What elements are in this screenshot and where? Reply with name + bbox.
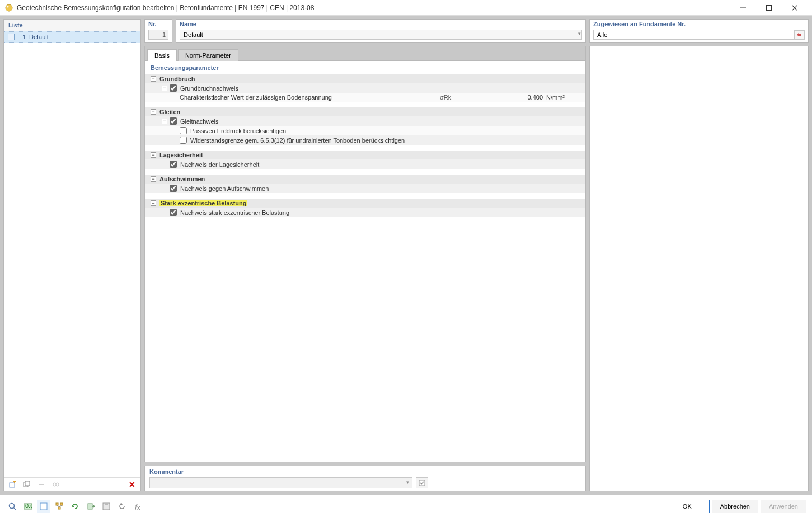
collapse-icon[interactable]: − <box>151 152 156 158</box>
copy-item-button[interactable] <box>21 479 33 490</box>
collapse-icon[interactable]: − <box>151 200 156 206</box>
item-name: Default <box>29 34 49 40</box>
name-input[interactable] <box>180 30 582 40</box>
row-label: Nachweis gegen Aufschwimmen <box>180 185 269 192</box>
collapse-icon[interactable]: − <box>151 76 156 82</box>
value-cell[interactable]: 0.400 <box>490 94 546 101</box>
checkbox-aufschwimmen[interactable] <box>170 185 177 192</box>
checkbox-exzentrisch[interactable] <box>170 209 177 216</box>
svg-rect-6 <box>10 483 15 487</box>
group-lagesicherheit: − Lagesicherheit Nachweis der Lagesicher… <box>145 151 585 169</box>
search-icon-button[interactable] <box>6 500 19 513</box>
row-lagesicherheit-proof: Nachweis der Lagesicherheit <box>145 159 585 169</box>
refresh-icon-button[interactable] <box>68 500 82 513</box>
maximize-button[interactable] <box>756 0 782 16</box>
link-button[interactable] <box>35 479 48 490</box>
tab-norm-parameter[interactable]: Norm-Parameter <box>178 49 238 61</box>
group-title: Lagesicherheit <box>159 152 203 158</box>
svg-rect-21 <box>58 507 60 509</box>
checkbox-gleitnachweis[interactable] <box>170 118 177 125</box>
unit-cell: N/mm² <box>546 94 580 101</box>
group-aufschwimmen: − Aufschwimmen Nachweis gegen Aufschwimm… <box>145 175 585 193</box>
list-item[interactable]: 1 Default <box>4 31 140 43</box>
svg-point-1 <box>7 6 9 7</box>
section-title: Bemessungsparameter <box>145 61 585 74</box>
group-header-grundbruch[interactable]: − Grundbruch <box>145 74 585 83</box>
checkbox-grundbruchnachweis[interactable] <box>170 84 177 92</box>
svg-text:x: x <box>137 504 140 511</box>
save-icon-button[interactable] <box>100 500 113 513</box>
group-header-lagesicherheit[interactable]: − Lagesicherheit <box>145 151 585 159</box>
name-label: Name <box>176 20 585 29</box>
checkbox-lagesicherheit[interactable] <box>170 161 177 168</box>
bottom-toolbar: 0.00 ƒx OK Abbrechen Anwenden <box>0 495 812 517</box>
tab-bar: Basis Norm-Parameter <box>145 46 585 60</box>
svg-rect-10 <box>25 481 30 486</box>
undo-icon-button[interactable] <box>115 500 129 513</box>
group-header-exzentrisch[interactable]: − Stark exzentrische Belastung <box>145 199 585 208</box>
app-icon <box>4 3 13 12</box>
titlebar: Geotechnische Bemessungskonfiguration be… <box>0 0 812 16</box>
units-icon-button[interactable]: 0.00 <box>21 500 35 513</box>
number-input[interactable] <box>148 30 168 40</box>
close-button[interactable] <box>782 0 808 16</box>
comment-apply-button[interactable] <box>416 477 428 488</box>
export-icon-button[interactable] <box>84 500 97 513</box>
minimize-button[interactable] <box>730 0 756 16</box>
list-toolbar: ✕ <box>4 477 140 491</box>
checkbox-passive[interactable] <box>180 127 187 134</box>
svg-point-0 <box>6 4 12 11</box>
new-item-button[interactable] <box>6 479 18 490</box>
svg-point-12 <box>55 483 59 486</box>
svg-rect-19 <box>56 503 58 505</box>
comment-input[interactable] <box>149 477 412 488</box>
row-label: Charakteristischer Wert der zulässigen B… <box>180 94 332 101</box>
group-header-gleiten[interactable]: − Gleiten <box>145 107 585 116</box>
row-label: Grundbruchnachweis <box>180 85 238 92</box>
comment-dropdown-icon[interactable]: ▾ <box>406 480 409 485</box>
collapse-icon[interactable]: − <box>151 109 156 115</box>
collapse-icon[interactable]: − <box>151 176 156 182</box>
assigned-input[interactable] <box>593 30 805 40</box>
row-label: Gleitnachweis <box>180 118 218 125</box>
checkbox-resist[interactable] <box>180 137 187 144</box>
list-body: 1 Default <box>4 31 140 477</box>
row-label: Passiven Erddruck berücksichtigen <box>190 128 286 134</box>
collapse-icon[interactable]: − <box>162 119 167 124</box>
tab-basis[interactable]: Basis <box>147 49 177 61</box>
assigned-pick-button[interactable] <box>794 30 804 39</box>
function-icon-button[interactable]: ƒx <box>131 500 144 513</box>
group-title: Grundbruch <box>159 76 195 82</box>
row-resistance-limit: Widerstandsgrenze gem. 6.5.3(12) für und… <box>145 135 585 145</box>
view-icon-button[interactable] <box>37 500 50 513</box>
group-title: Stark exzentrische Belastung <box>159 200 247 206</box>
cancel-button[interactable]: Abbrechen <box>712 500 758 513</box>
group-title: Gleiten <box>159 109 180 115</box>
center-panel: Basis Norm-Parameter Bemessungsparameter… <box>144 46 586 462</box>
row-gleitnachweis: − Gleitnachweis <box>145 116 585 126</box>
right-side-panel <box>589 46 809 491</box>
delete-item-button[interactable]: ✕ <box>126 479 138 490</box>
tab-content: Bemessungsparameter − Grundbruch − <box>145 60 585 462</box>
list-panel: Liste 1 Default ✕ <box>3 19 141 491</box>
comment-label: Kommentar <box>149 468 581 475</box>
apply-button[interactable]: Anwenden <box>761 500 806 513</box>
number-label: Nr. <box>145 20 172 29</box>
name-dropdown-icon[interactable]: ▾ <box>578 31 581 36</box>
collapse-icon[interactable]: − <box>162 86 167 91</box>
group-gleiten: − Gleiten − Gleitnachweis <box>145 107 585 145</box>
row-label: Nachweis stark exzentrischer Belastung <box>180 209 289 216</box>
ok-button[interactable]: OK <box>665 500 710 513</box>
group-title: Aufschwimmen <box>159 176 205 182</box>
chain-button[interactable] <box>50 479 62 490</box>
svg-line-15 <box>13 507 16 510</box>
row-label: Widerstandsgrenze gem. 6.5.3(12) für und… <box>190 137 405 144</box>
name-field-box: Name ▾ <box>176 19 586 43</box>
tree-icon-button[interactable] <box>53 500 66 513</box>
group-header-aufschwimmen[interactable]: − Aufschwimmen <box>145 175 585 184</box>
group-exzentrisch: − Stark exzentrische Belastung Nachweis … <box>145 199 585 217</box>
row-exzentrisch-proof: Nachweis stark exzentrischer Belastung <box>145 208 585 217</box>
svg-text:0.00: 0.00 <box>25 502 32 509</box>
svg-rect-18 <box>40 503 47 510</box>
svg-rect-24 <box>88 504 92 509</box>
